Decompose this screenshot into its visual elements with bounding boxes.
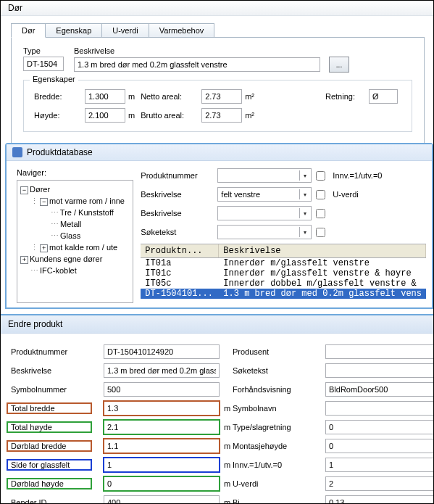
tab-body: Type Beskrivelse ... Egenskaper Bredde: … (11, 37, 425, 147)
field-input[interactable] (104, 401, 220, 416)
beskrivelse-input[interactable] (74, 57, 320, 72)
filter-soketekst-combo[interactable]: ▾ (217, 225, 312, 239)
tree-n3[interactable]: Kundens egne dører (30, 255, 102, 263)
field-input[interactable] (104, 420, 220, 434)
field-label: Forhåndsvisning (233, 385, 325, 394)
filter-produktnummer-combo[interactable]: ▾ (217, 168, 312, 183)
type-input[interactable] (23, 57, 64, 71)
table-row[interactable]: IT01cInnerdør m/glassfelt venstre & høyr… (141, 268, 426, 278)
form-row: Søketekst (233, 361, 434, 380)
tab-uverdi[interactable]: U-verdi (101, 23, 149, 38)
window-title: Dør (1, 1, 433, 16)
tree-n1a[interactable]: Tre / Kunststoff (60, 208, 114, 217)
grid-header-beskrivelse[interactable]: Beskrivelse (219, 244, 426, 257)
field-input[interactable] (104, 382, 220, 397)
field-label: Symbolnavn (233, 404, 325, 413)
field-input[interactable] (104, 476, 220, 491)
retning-input[interactable] (369, 89, 398, 104)
form-row: Symbolnavn (233, 399, 434, 418)
chevron-down-icon: ▾ (299, 170, 309, 181)
netto-label: Netto areal: (141, 92, 201, 101)
tree-n1[interactable]: mot varme rom / inne (49, 197, 125, 205)
filter-beskrivelse2-combo[interactable]: ▾ (217, 206, 312, 220)
field-label: Symbolnummer (11, 385, 104, 394)
form-row: Type/slagretning (233, 418, 434, 437)
window-endre-produkt: Endre produkt ProduktnummerBeskrivelseSy… (1, 314, 433, 503)
field-label: Søketekst (233, 366, 325, 375)
table-row[interactable]: IT01aInnerdør m/glassfelt venstre (141, 258, 426, 268)
form-row: Montasjehøyde (233, 437, 434, 455)
tree-n1c[interactable]: Glass (60, 231, 80, 240)
field-input[interactable] (325, 476, 434, 491)
type-label: Type (23, 46, 65, 55)
field-input[interactable] (325, 344, 434, 359)
window-door: Dør Dør Egenskap U-verdi Varmebehov Type… (1, 1, 433, 147)
grid-header: Produktn... Beskrivelse (141, 244, 426, 258)
field-label: Bender ID (11, 498, 104, 504)
field-label: Innv.=1/utv.=0 (233, 460, 325, 469)
tab-dor[interactable]: Dør (11, 23, 46, 38)
endre-title: Endre produkt (1, 315, 433, 334)
tree-n1b[interactable]: Metall (60, 220, 81, 228)
table-row[interactable]: DT-1504101...1.3 m bred dør med 0.2m gla… (141, 289, 426, 299)
form-row: Bi (233, 493, 434, 504)
naviger-label: Naviger: (17, 168, 133, 177)
field-input[interactable] (104, 439, 220, 453)
produktdb-title: Produktdatabase (27, 147, 93, 157)
field-input[interactable] (325, 401, 434, 416)
tab-varmebehov[interactable]: Varmebehov (149, 23, 215, 38)
netto-input[interactable] (201, 89, 242, 104)
form-left-column: ProduktnummerBeskrivelseSymbolnummerTota… (11, 342, 233, 504)
filter-soketekst-check[interactable] (316, 228, 325, 237)
tree-n4[interactable]: IFC-koblet (40, 266, 77, 275)
form-row: Bender IDm (11, 493, 233, 504)
filter-beskrivelse-combo[interactable]: felt venstre▾ (217, 187, 312, 202)
browse-button[interactable]: ... (329, 57, 349, 73)
field-label: Produktnummer (11, 347, 104, 356)
field-input[interactable] (104, 495, 220, 504)
tree-n2[interactable]: mot kalde rom / ute (49, 243, 117, 252)
retning-label: Retning: (325, 92, 369, 101)
field-unit: m (224, 479, 233, 488)
field-label: Side for glassfelt (11, 460, 104, 469)
field-label: Total bredde (11, 404, 104, 413)
egenskaper-group: Egenskaper Bredde: m Netto areal: m² Ret… (23, 80, 412, 132)
filter-beskrivelse2-check[interactable] (316, 209, 325, 218)
naviger-tree[interactable]: −Dører ⋮ −mot varme rom / inne ⋯ Tre / K… (17, 180, 133, 303)
form-row: Dørblad høydem (11, 474, 233, 493)
chevron-down-icon: ▾ (299, 208, 309, 218)
form-row: Forhåndsvisning (233, 380, 434, 399)
uverdi-label: U-verdi (333, 190, 358, 199)
table-row[interactable]: IT05cInnerdør dobbel m/glassfelt venstre… (141, 278, 426, 289)
grid-header-produktn[interactable]: Produktn... (141, 244, 219, 257)
innv-label: Innv.=1/utv.=0 (333, 171, 382, 180)
tree-root[interactable]: Dører (30, 185, 50, 194)
filter-beskrivelse2-label: Beskrivelse (141, 209, 217, 218)
collapse-icon[interactable]: − (40, 198, 48, 206)
expand-icon[interactable]: + (20, 256, 28, 264)
group-title: Egenskaper (30, 75, 78, 83)
field-label: Bi (233, 498, 325, 504)
expand-icon[interactable]: + (40, 244, 48, 252)
field-input[interactable] (104, 363, 220, 378)
field-input[interactable] (104, 458, 220, 472)
hoyde-input[interactable] (85, 108, 125, 123)
filter-beskrivelse-check[interactable] (316, 190, 325, 199)
field-input[interactable] (104, 344, 220, 359)
filter-soketekst-label: Søketekst (141, 228, 217, 236)
field-input[interactable] (325, 420, 434, 434)
bredde-input[interactable] (85, 89, 125, 104)
field-input[interactable] (325, 439, 434, 453)
collapse-icon[interactable]: − (20, 186, 28, 194)
field-unit: m (224, 404, 233, 413)
field-input[interactable] (325, 458, 434, 472)
field-input[interactable] (325, 382, 434, 397)
filter-produktnummer-check[interactable] (316, 171, 325, 181)
tab-egenskap[interactable]: Egenskap (45, 23, 102, 38)
field-input[interactable] (325, 495, 434, 504)
form-row: Produktnummer (11, 342, 233, 361)
brutto-input[interactable] (201, 108, 242, 123)
product-grid[interactable]: Produktn... Beskrivelse IT01aInnerdør m/… (141, 244, 426, 299)
field-input[interactable] (325, 363, 434, 378)
field-label: Montasjehøyde (233, 442, 325, 450)
